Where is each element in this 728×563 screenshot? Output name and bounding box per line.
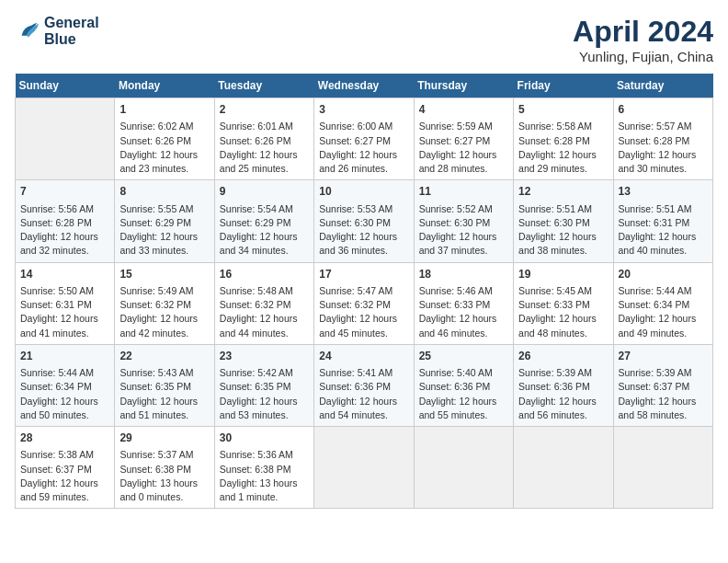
- calendar-cell: 7 Sunrise: 5:56 AM Sunset: 6:28 PM Dayli…: [16, 180, 115, 262]
- sunrise: Sunrise: 5:59 AM: [419, 121, 493, 132]
- sunset: Sunset: 6:37 PM: [20, 464, 92, 475]
- page-header: General Blue April 2024 Yunling, Fujian,…: [15, 15, 713, 64]
- day-number: 28: [20, 431, 109, 446]
- day-number: 20: [619, 267, 708, 282]
- daylight: Daylight: 12 hours and 46 minutes.: [419, 313, 497, 338]
- calendar-cell: 11 Sunrise: 5:52 AM Sunset: 6:30 PM Dayl…: [414, 180, 513, 262]
- sunset: Sunset: 6:31 PM: [20, 299, 92, 310]
- daylight: Daylight: 12 hours and 51 minutes.: [119, 396, 198, 420]
- sunrise: Sunrise: 5:53 AM: [319, 203, 392, 214]
- day-number: 13: [619, 184, 708, 200]
- sunset: Sunset: 6:27 PM: [319, 135, 391, 146]
- day-number: 29: [119, 431, 209, 446]
- calendar-cell: [414, 427, 513, 509]
- sunset: Sunset: 6:27 PM: [419, 135, 491, 146]
- daylight: Daylight: 12 hours and 34 minutes.: [220, 231, 298, 256]
- logo-text: General Blue: [44, 15, 99, 48]
- day-number: 11: [419, 184, 508, 200]
- daylight: Daylight: 12 hours and 25 minutes.: [220, 149, 298, 174]
- day-number: 3: [319, 102, 408, 118]
- day-number: 9: [220, 184, 309, 200]
- sunset: Sunset: 6:32 PM: [319, 299, 391, 310]
- sunrise: Sunrise: 5:51 AM: [619, 203, 692, 214]
- day-number: 12: [518, 184, 608, 200]
- col-tuesday: Tuesday: [214, 74, 313, 98]
- calendar-cell: 3 Sunrise: 6:00 AM Sunset: 6:27 PM Dayli…: [314, 98, 414, 180]
- sunrise: Sunrise: 5:49 AM: [119, 285, 193, 296]
- day-number: 4: [419, 102, 508, 118]
- calendar-cell: 6 Sunrise: 5:57 AM Sunset: 6:28 PM Dayli…: [613, 98, 712, 180]
- daylight: Daylight: 12 hours and 30 minutes.: [619, 149, 697, 174]
- calendar-cell: 20 Sunrise: 5:44 AM Sunset: 6:34 PM Dayl…: [613, 262, 712, 344]
- title-block: April 2024 Yunling, Fujian, China: [573, 15, 713, 64]
- sunset: Sunset: 6:32 PM: [220, 299, 291, 310]
- sunset: Sunset: 6:36 PM: [518, 381, 590, 392]
- daylight: Daylight: 12 hours and 38 minutes.: [518, 231, 597, 256]
- calendar-week-1: 1 Sunrise: 6:02 AM Sunset: 6:26 PM Dayli…: [16, 98, 713, 180]
- sunrise: Sunrise: 5:41 AM: [319, 367, 392, 378]
- sunrise: Sunrise: 6:02 AM: [119, 121, 193, 132]
- day-number: 18: [419, 267, 508, 282]
- daylight: Daylight: 12 hours and 40 minutes.: [619, 231, 697, 256]
- calendar-cell: 24 Sunrise: 5:41 AM Sunset: 6:36 PM Dayl…: [314, 344, 414, 426]
- sunset: Sunset: 6:28 PM: [20, 217, 92, 228]
- sunset: Sunset: 6:33 PM: [419, 299, 491, 310]
- calendar-cell: 13 Sunrise: 5:51 AM Sunset: 6:31 PM Dayl…: [613, 180, 712, 262]
- day-number: 30: [220, 431, 309, 446]
- sunrise: Sunrise: 5:56 AM: [20, 203, 94, 214]
- day-number: 22: [119, 349, 209, 364]
- sunset: Sunset: 6:31 PM: [619, 217, 690, 228]
- daylight: Daylight: 12 hours and 23 minutes.: [119, 149, 198, 174]
- day-number: 2: [220, 102, 309, 118]
- day-number: 17: [319, 267, 408, 282]
- daylight: Daylight: 13 hours and 0 minutes.: [119, 477, 198, 502]
- daylight: Daylight: 12 hours and 48 minutes.: [518, 313, 597, 338]
- calendar-cell: 16 Sunrise: 5:48 AM Sunset: 6:32 PM Dayl…: [214, 262, 313, 344]
- daylight: Daylight: 12 hours and 41 minutes.: [20, 313, 98, 338]
- sunrise: Sunrise: 5:39 AM: [518, 367, 592, 378]
- daylight: Daylight: 12 hours and 33 minutes.: [119, 231, 198, 256]
- calendar-cell: 10 Sunrise: 5:53 AM Sunset: 6:30 PM Dayl…: [314, 180, 414, 262]
- daylight: Daylight: 12 hours and 42 minutes.: [119, 313, 198, 338]
- sunrise: Sunrise: 6:01 AM: [220, 121, 293, 132]
- col-friday: Friday: [514, 74, 613, 98]
- day-number: 7: [20, 184, 109, 200]
- day-number: 14: [20, 267, 109, 282]
- calendar-cell: 21 Sunrise: 5:44 AM Sunset: 6:34 PM Dayl…: [16, 344, 115, 426]
- sunrise: Sunrise: 5:36 AM: [220, 449, 293, 460]
- daylight: Daylight: 12 hours and 36 minutes.: [319, 231, 397, 256]
- sunset: Sunset: 6:33 PM: [518, 299, 590, 310]
- sunrise: Sunrise: 5:43 AM: [119, 367, 193, 378]
- calendar-cell: 19 Sunrise: 5:45 AM Sunset: 6:33 PM Dayl…: [514, 262, 613, 344]
- logo: General Blue: [15, 15, 99, 48]
- day-number: 25: [419, 349, 508, 364]
- calendar-cell: 5 Sunrise: 5:58 AM Sunset: 6:28 PM Dayli…: [514, 98, 613, 180]
- sunrise: Sunrise: 5:54 AM: [220, 203, 293, 214]
- day-number: 19: [518, 267, 608, 282]
- sunrise: Sunrise: 5:40 AM: [419, 367, 493, 378]
- sunset: Sunset: 6:32 PM: [119, 299, 191, 310]
- calendar-cell: 1 Sunrise: 6:02 AM Sunset: 6:26 PM Dayli…: [115, 98, 214, 180]
- sunrise: Sunrise: 5:45 AM: [518, 285, 592, 296]
- daylight: Daylight: 12 hours and 58 minutes.: [619, 396, 697, 420]
- col-sunday: Sunday: [16, 74, 115, 98]
- calendar-week-5: 28 Sunrise: 5:38 AM Sunset: 6:37 PM Dayl…: [16, 427, 713, 509]
- day-number: 15: [119, 267, 209, 282]
- col-thursday: Thursday: [414, 74, 513, 98]
- calendar-cell: [613, 427, 712, 509]
- calendar-cell: [514, 427, 613, 509]
- day-number: 21: [20, 349, 109, 364]
- sunrise: Sunrise: 5:57 AM: [619, 121, 692, 132]
- daylight: Daylight: 12 hours and 32 minutes.: [20, 231, 98, 256]
- daylight: Daylight: 12 hours and 56 minutes.: [518, 396, 597, 420]
- sunset: Sunset: 6:29 PM: [119, 217, 191, 228]
- sunset: Sunset: 6:26 PM: [119, 135, 191, 146]
- sunrise: Sunrise: 5:52 AM: [419, 203, 493, 214]
- month-title: April 2024: [573, 15, 713, 49]
- day-number: 10: [319, 184, 408, 200]
- day-number: 16: [220, 267, 309, 282]
- calendar-cell: 8 Sunrise: 5:55 AM Sunset: 6:29 PM Dayli…: [115, 180, 214, 262]
- calendar-cell: 12 Sunrise: 5:51 AM Sunset: 6:30 PM Dayl…: [514, 180, 613, 262]
- daylight: Daylight: 12 hours and 26 minutes.: [319, 149, 397, 174]
- calendar-table: Sunday Monday Tuesday Wednesday Thursday…: [15, 74, 713, 509]
